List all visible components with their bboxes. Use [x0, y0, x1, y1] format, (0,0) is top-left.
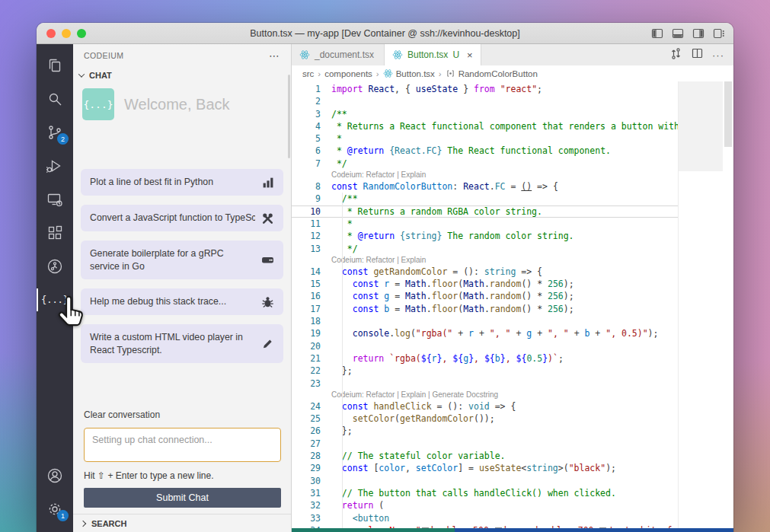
line-number: 22: [292, 365, 321, 377]
suggestion-card[interactable]: Convert a JavaScript function to TypeScr…: [81, 205, 283, 231]
more-actions-icon[interactable]: ···: [712, 49, 724, 61]
breadcrumb-label: src: [302, 69, 314, 78]
code-line[interactable]: 31 // The button that calls handleClick(…: [292, 487, 679, 499]
suggestion-card[interactable]: Help me debug this stack trace...: [81, 288, 283, 315]
breadcrumb-item-RandomColorButton[interactable]: RandomColorButton: [446, 68, 538, 78]
activity-item-source-control-graph[interactable]: [37, 250, 73, 283]
code-line[interactable]: 27: [292, 438, 679, 450]
breadcrumb-item-Buttontsx[interactable]: Button.tsx: [383, 68, 435, 78]
layout-panel-icon[interactable]: [671, 27, 685, 43]
code-line[interactable]: 16 const g = Math.floor(Math.random() * …: [292, 290, 679, 302]
layout-customize-icon[interactable]: [712, 27, 726, 43]
line-number: 6: [292, 145, 321, 157]
activity-item-source-control[interactable]: 2: [37, 116, 73, 149]
line-text: /**: [331, 193, 358, 204]
minimap-line: [682, 143, 721, 145]
line-number: 15: [292, 278, 321, 290]
code-line[interactable]: 19 console.log("rgba(" + r + ", " + g + …: [292, 327, 679, 339]
code-line[interactable]: 4 * Returns a React functional component…: [292, 120, 679, 132]
title-bar[interactable]: Button.tsx — my-app [Dev Container @ ssh…: [37, 23, 733, 44]
minimize-window-button[interactable]: [62, 29, 71, 38]
breadcrumb-separator: ›: [376, 69, 379, 78]
badge: 2: [57, 133, 69, 145]
code-line[interactable]: 30: [292, 475, 679, 487]
code-line[interactable]: 14 const getRandomColor = (): string => …: [292, 266, 679, 278]
code-line[interactable]: 7 */: [292, 158, 679, 170]
activity-item-extensions[interactable]: [37, 216, 73, 250]
close-window-button[interactable]: [46, 29, 56, 38]
line-text: <button: [331, 513, 389, 524]
welcome-row: {...} Welcome, Back: [73, 84, 291, 120]
scrollbar-thumb[interactable]: [724, 81, 732, 147]
search-section-header[interactable]: SEARCH: [73, 514, 291, 532]
split-editor-icon[interactable]: [691, 47, 703, 62]
minimap[interactable]: [679, 81, 723, 528]
breadcrumb-label: components: [324, 69, 372, 78]
minimap-line: [682, 114, 721, 116]
layout-sidebar-right-icon[interactable]: [692, 27, 705, 43]
code-line[interactable]: 21 return `rgba(${r}, ${g}, ${b}, ${0.5}…: [292, 352, 679, 365]
activity-item-account[interactable]: [37, 459, 73, 492]
suggestion-card[interactable]: Plot a line of best fit in Python: [81, 169, 283, 196]
zoom-window-button[interactable]: [77, 29, 86, 38]
code-line[interactable]: 15 const r = Math.floor(Math.random() * …: [292, 278, 679, 290]
activity-item-explorer[interactable]: [37, 49, 73, 82]
remote-indicator[interactable]: [292, 528, 455, 532]
suggestion-card[interactable]: Generate boilerplate for a gRPC service …: [81, 241, 283, 279]
open-changes-icon[interactable]: [669, 47, 682, 62]
layout-sidebar-left-icon[interactable]: [650, 27, 664, 43]
code-line[interactable]: 12 * @return {string} The random color s…: [292, 230, 679, 242]
codelens[interactable]: Codeium: Refactor | Explain: [292, 255, 679, 266]
activity-item-run-debug[interactable]: [37, 149, 73, 183]
code-line[interactable]: 9 /**: [292, 193, 679, 205]
clear-conversation-link[interactable]: Clear conversation: [73, 409, 291, 420]
layout-panel-icon: [671, 27, 685, 40]
close-tab-icon[interactable]: ×: [467, 49, 473, 61]
code-editor[interactable]: 1import React, { useState } from "react"…: [292, 81, 733, 528]
editor-scrollbar[interactable]: [723, 81, 733, 528]
code-line[interactable]: 33 <button: [292, 512, 679, 524]
status-bar: [292, 528, 733, 532]
chat-section-header[interactable]: CHAT: [73, 67, 291, 84]
activity-item-settings-gear[interactable]: 1: [37, 492, 73, 526]
submit-chat-button[interactable]: Submit Chat: [84, 488, 281, 508]
code-line[interactable]: 28 // The stateful color variable.: [292, 450, 679, 462]
code-line[interactable]: 22 };: [292, 365, 679, 377]
code-line[interactable]: 34 className="bg-blue-500 hover:bg-blue-…: [292, 524, 679, 528]
code-line[interactable]: 24 const handleClick = (): void => {: [292, 400, 679, 413]
minimap-line: [682, 98, 721, 100]
code-line[interactable]: 26 };: [292, 425, 679, 437]
breadcrumb-item-components[interactable]: components: [324, 69, 372, 78]
line-number: 29: [292, 462, 321, 474]
codelens[interactable]: Codeium: Refactor | Explain: [292, 170, 679, 180]
sidebar-scrollbar[interactable]: [288, 75, 290, 158]
more-actions-icon[interactable]: ⋯: [269, 49, 280, 62]
code-line[interactable]: 2: [292, 95, 679, 107]
activity-item-remote-explorer[interactable]: [37, 183, 73, 216]
code-line[interactable]: 25 setColor(getRandomColor());: [292, 413, 679, 425]
activity-item-search[interactable]: [37, 82, 73, 116]
tab-_documenttsx[interactable]: _document.tsx: [292, 44, 385, 65]
code-line[interactable]: 13 */: [292, 243, 679, 255]
code-line[interactable]: 11 *: [292, 218, 679, 230]
suggestion-card[interactable]: Write a custom HTML video player in Reac…: [81, 324, 283, 363]
code-line[interactable]: 23: [292, 377, 679, 390]
code-line[interactable]: 18: [292, 315, 679, 327]
codelens[interactable]: Codeium: Refactor | Explain | Generate D…: [292, 390, 679, 400]
code-line[interactable]: 6 * @return {React.FC} The React functio…: [292, 145, 679, 157]
code-line[interactable]: 10 * Returns a random RGBA color string.: [292, 205, 679, 218]
code-line[interactable]: 17 const b = Math.floor(Math.random() * …: [292, 303, 679, 315]
breadcrumb-item-src[interactable]: src: [302, 69, 314, 78]
code-line[interactable]: 8const RandomColorButton: React.FC = () …: [292, 180, 679, 193]
code-line[interactable]: 1import React, { useState } from "react"…: [292, 83, 679, 95]
code-line[interactable]: 5 *: [292, 132, 679, 145]
chat-input[interactable]: [84, 428, 281, 462]
line-number: 8: [292, 180, 321, 193]
code-line[interactable]: 29 const [color, setColor] = useState<st…: [292, 462, 679, 474]
code-line[interactable]: 32 return (: [292, 499, 679, 511]
code-line[interactable]: 20: [292, 340, 679, 352]
chevron-down-icon: [78, 71, 85, 77]
code-line[interactable]: 3/**: [292, 108, 679, 120]
line-text: const g = Math.floor(Math.random() * 256…: [331, 291, 574, 301]
tab-Buttontsx[interactable]: Button.tsxU×: [385, 44, 481, 65]
